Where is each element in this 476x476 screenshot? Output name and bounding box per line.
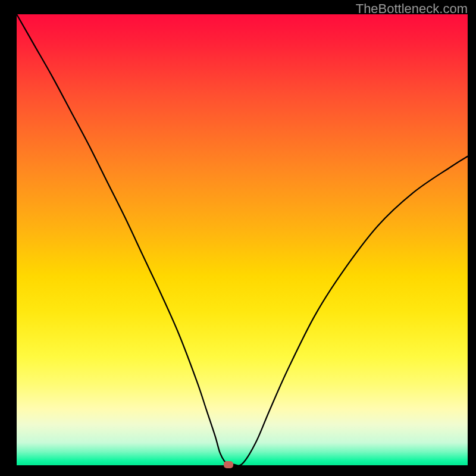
chart-frame: TheBottleneck.com <box>0 0 476 476</box>
watermark-text: TheBottleneck.com <box>356 1 468 17</box>
plot-background-gradient <box>17 14 468 465</box>
optimum-marker <box>224 461 233 468</box>
